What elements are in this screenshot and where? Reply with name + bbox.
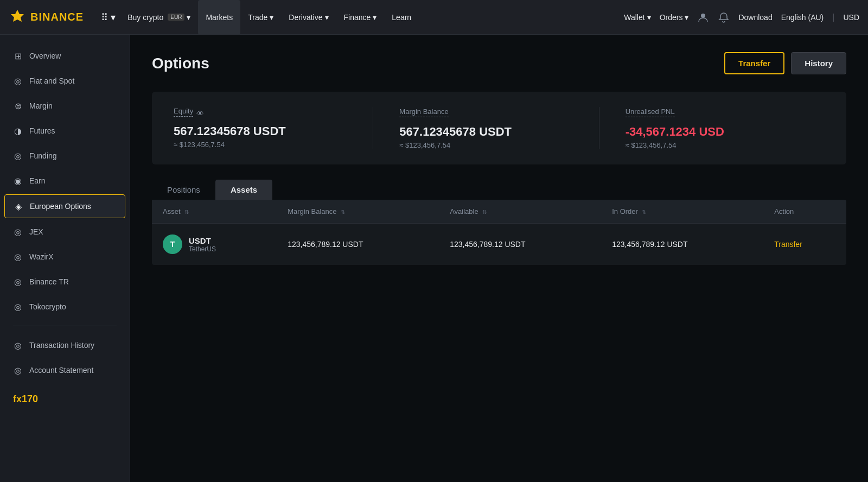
unrealised-pnl-stat: Unrealised PNL -34,567.1234 USD ≈ $123,4… <box>599 107 825 149</box>
cell-margin-balance: 123,456,789.12 USDT <box>277 224 439 265</box>
cell-available: 123,456,789.12 USDT <box>439 224 601 265</box>
assets-table: Asset ⇅ Margin Balance ⇅ Available ⇅ In … <box>152 200 846 265</box>
sidebar-item-binance-tr[interactable]: ◎ Binance TR <box>0 269 130 294</box>
user-icon <box>697 11 709 23</box>
sidebar-footer-logo: fx170 <box>0 383 130 416</box>
top-navigation: BINANCE ⠿ ▾ Buy crypto EUR ▾ Markets Tra… <box>0 0 868 35</box>
nav-wallet[interactable]: Wallet ▾ <box>624 13 650 22</box>
tab-assets[interactable]: Assets <box>215 180 272 200</box>
col-action: Action <box>763 200 846 224</box>
sidebar-label-earn: Earn <box>29 176 46 185</box>
sidebar-label-tokocrypto: Tokocrypto <box>29 302 66 311</box>
stats-row: Equity 👁 567.12345678 USDT ≈ $123,456,7.… <box>152 92 846 164</box>
sidebar-item-tokocrypto[interactable]: ◎ Tokocrypto <box>0 294 130 319</box>
overview-icon: ⊞ <box>13 51 23 61</box>
brand-name: BINANCE <box>30 11 84 23</box>
equity-approx: ≈ $123,456,7.54 <box>174 141 373 149</box>
transaction-history-icon: ◎ <box>13 340 23 350</box>
nav-download[interactable]: Download <box>738 13 772 22</box>
sidebar-label-futures: Futures <box>29 126 55 135</box>
in-order-sort-icon: ⇅ <box>642 209 646 215</box>
eye-icon[interactable]: 👁 <box>196 109 204 118</box>
sidebar: ⊞ Overview ◎ Fiat and Spot ⊜ Margin ◑ Fu… <box>0 35 130 482</box>
nav-derivative[interactable]: Derivative ▾ <box>281 0 336 35</box>
page-title: Options <box>152 55 209 72</box>
cell-action: Transfer <box>763 224 846 265</box>
col-available: Available ⇅ <box>439 200 601 224</box>
nav-markets[interactable]: Markets <box>198 0 240 35</box>
header-actions: Transfer History <box>724 52 846 74</box>
grid-menu-button[interactable]: ⠿ ▾ <box>97 8 120 27</box>
sidebar-label-transaction-history: Transaction History <box>29 341 94 350</box>
sidebar-item-european-options[interactable]: ◈ European Options <box>4 194 125 218</box>
col-asset: Asset ⇅ <box>152 200 277 224</box>
nav-notifications[interactable] <box>718 11 730 23</box>
history-button[interactable]: History <box>791 52 846 74</box>
col-in-order: In Order ⇅ <box>601 200 763 224</box>
account-statement-icon: ◎ <box>13 365 23 375</box>
asset-symbol: USDT <box>189 236 216 245</box>
transfer-button[interactable]: Transfer <box>724 52 784 74</box>
sidebar-item-fiat-and-spot[interactable]: ◎ Fiat and Spot <box>0 68 130 93</box>
sidebar-item-transaction-history[interactable]: ◎ Transaction History <box>0 333 130 358</box>
bell-icon <box>718 11 730 23</box>
main-content: Options Transfer History Equity 👁 567.12… <box>130 35 868 482</box>
binance-logo-icon <box>9 9 26 26</box>
earn-icon: ◉ <box>13 176 23 186</box>
nav-locale[interactable]: English (AU) <box>781 13 824 22</box>
nav-currency[interactable]: USD <box>843 13 859 22</box>
sidebar-item-wazirx[interactable]: ◎ WazirX <box>0 244 130 269</box>
nav-trade[interactable]: Trade ▾ <box>240 0 281 35</box>
tab-bar: Positions Assets <box>152 180 846 200</box>
sidebar-item-earn[interactable]: ◉ Earn <box>0 168 130 193</box>
sidebar-item-jex[interactable]: ◎ JEX <box>0 219 130 244</box>
sidebar-label-account-statement: Account Statement <box>29 366 93 375</box>
page-header: Options Transfer History <box>152 52 846 74</box>
equity-stat: Equity 👁 567.12345678 USDT ≈ $123,456,7.… <box>174 107 373 149</box>
margin-balance-sort-icon: ⇅ <box>341 209 345 215</box>
sidebar-item-futures[interactable]: ◑ Futures <box>0 118 130 143</box>
nav-menu: Buy crypto EUR ▾ Markets Trade ▾ Derivat… <box>120 0 624 35</box>
tab-positions[interactable]: Positions <box>152 180 215 200</box>
table-row: T USDT TetherUS 123,456,789.12 USDT 123,… <box>152 224 846 265</box>
sidebar-divider <box>13 326 117 326</box>
sidebar-label-overview: Overview <box>29 52 61 60</box>
nav-locale-divider: | <box>832 12 834 22</box>
margin-balance-label: Margin Balance <box>399 107 448 117</box>
european-options-icon: ◈ <box>14 201 23 211</box>
fiat-and-spot-icon: ◎ <box>13 76 23 86</box>
sidebar-item-overview[interactable]: ⊞ Overview <box>0 43 130 68</box>
sidebar-label-jex: JEX <box>29 227 43 236</box>
funding-icon: ◎ <box>13 151 23 161</box>
equity-value: 567.12345678 USDT <box>174 124 373 138</box>
assets-table-container: Asset ⇅ Margin Balance ⇅ Available ⇅ In … <box>152 200 846 265</box>
main-layout: ⊞ Overview ◎ Fiat and Spot ⊜ Margin ◑ Fu… <box>0 35 868 482</box>
sidebar-item-margin[interactable]: ⊜ Margin <box>0 93 130 118</box>
unrealised-pnl-value: -34,567.1234 USD <box>626 125 825 139</box>
asset-fullname: TetherUS <box>189 245 216 253</box>
unrealised-pnl-label: Unrealised PNL <box>626 107 675 117</box>
nav-user-icon[interactable] <box>697 11 709 23</box>
binance-tr-icon: ◎ <box>13 277 23 287</box>
brand-logo[interactable]: BINANCE <box>9 9 84 26</box>
sidebar-label-wazirx: WazirX <box>29 252 54 261</box>
tokocrypto-icon: ◎ <box>13 302 23 312</box>
col-margin-balance: Margin Balance ⇅ <box>277 200 439 224</box>
sidebar-label-fiat-and-spot: Fiat and Spot <box>29 77 74 85</box>
margin-icon: ⊜ <box>13 101 23 111</box>
sidebar-item-funding[interactable]: ◎ Funding <box>0 143 130 168</box>
sidebar-item-account-statement[interactable]: ◎ Account Statement <box>0 358 130 383</box>
sidebar-label-european-options: European Options <box>30 202 91 211</box>
nav-orders[interactable]: Orders ▾ <box>660 13 689 22</box>
fx170-logo: fx170 <box>13 394 38 404</box>
cell-in-order: 123,456,789.12 USDT <box>601 224 763 265</box>
margin-balance-approx: ≈ $123,456,7.54 <box>399 141 598 149</box>
row-transfer-button[interactable]: Transfer <box>774 240 802 249</box>
nav-learn[interactable]: Learn <box>384 0 419 35</box>
margin-balance-stat: Margin Balance 567.12345678 USDT ≈ $123,… <box>373 107 598 149</box>
nav-finance[interactable]: Finance ▾ <box>336 0 385 35</box>
margin-balance-value: 567.12345678 USDT <box>399 125 598 139</box>
svg-point-1 <box>701 14 705 18</box>
table-header: Asset ⇅ Margin Balance ⇅ Available ⇅ In … <box>152 200 846 224</box>
nav-buy-crypto[interactable]: Buy crypto EUR ▾ <box>120 0 198 35</box>
